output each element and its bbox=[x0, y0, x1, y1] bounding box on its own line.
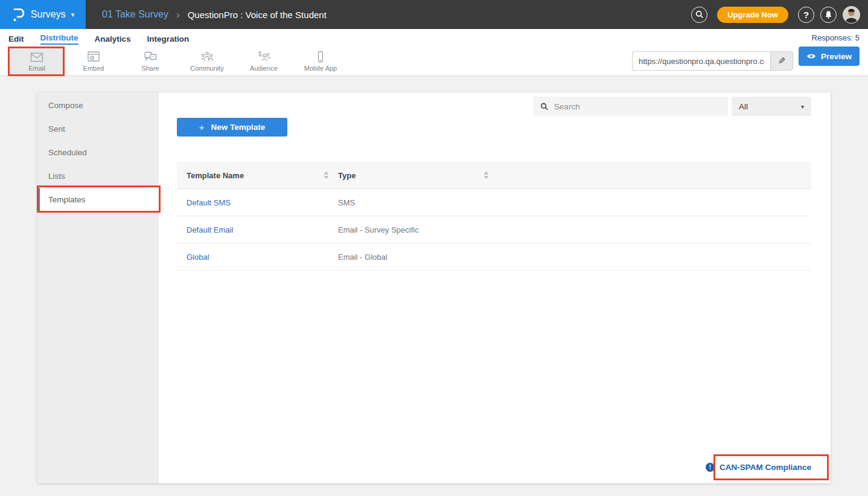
toolbar-item-audience[interactable]: $ Audience bbox=[235, 47, 292, 76]
canspam-label: CAN-SPAM Compliance bbox=[720, 463, 811, 472]
bell-icon bbox=[824, 10, 833, 19]
brand-label: Surveys bbox=[31, 9, 66, 20]
preview-button[interactable]: Preview bbox=[799, 47, 860, 66]
toolbar-item-label: Embed bbox=[83, 65, 104, 72]
search-icon bbox=[540, 102, 549, 111]
tab-analytics[interactable]: Analytics bbox=[95, 33, 131, 43]
toolbar-item-embed[interactable]: Embed bbox=[65, 47, 122, 76]
upgrade-now-label: Upgrade Now bbox=[727, 10, 778, 19]
info-icon: ! bbox=[706, 463, 715, 472]
tab-distribute[interactable]: Distribute bbox=[40, 31, 78, 45]
survey-nav-tabs: Edit Distribute Analytics Integration Re… bbox=[0, 29, 868, 47]
distribute-toolbar: Email Embed Share Community bbox=[0, 47, 868, 76]
share-icon bbox=[143, 51, 158, 63]
sort-icon[interactable] bbox=[483, 172, 489, 179]
community-icon bbox=[200, 51, 214, 63]
breadcrumb: 01 Take Survey › QuestionPro : Voice of … bbox=[102, 9, 327, 20]
survey-url-group: ✎ bbox=[632, 51, 793, 71]
surveys-menu-button[interactable]: Surveys ▾ bbox=[0, 0, 86, 29]
topbar-actions: Upgrade Now ? bbox=[691, 6, 860, 24]
template-name-link[interactable]: Default SMS bbox=[187, 198, 338, 207]
tab-integration[interactable]: Integration bbox=[147, 33, 190, 43]
template-type: SMS bbox=[338, 198, 355, 207]
user-avatar[interactable] bbox=[843, 6, 860, 24]
toolbar-item-community[interactable]: Community bbox=[179, 47, 235, 76]
toolbar-item-label: Share bbox=[141, 65, 159, 72]
sidebar-item-sent[interactable]: Sent bbox=[37, 117, 159, 141]
table-row: Default Email Email - Survey Specific bbox=[177, 216, 811, 243]
template-search-box bbox=[533, 97, 728, 116]
table-row: Global Email - Global bbox=[177, 243, 811, 271]
column-header-type: Type bbox=[338, 171, 356, 180]
toolbar-item-label: Community bbox=[190, 65, 224, 72]
app-root: { "topbar": { "brand_label": "Surveys", … bbox=[0, 0, 868, 496]
sort-icon[interactable] bbox=[324, 172, 329, 179]
template-name-link[interactable]: Global bbox=[187, 253, 338, 262]
template-type: Email - Global bbox=[338, 253, 388, 262]
avatar-photo bbox=[843, 7, 860, 23]
audience-icon: $ bbox=[257, 51, 271, 63]
table-row: Default SMS SMS bbox=[177, 189, 811, 216]
template-search-input[interactable] bbox=[554, 102, 721, 111]
breadcrumb-page-title: QuestionPro : Voice of the Student bbox=[188, 10, 327, 20]
sidebar-item-templates[interactable]: Templates bbox=[37, 188, 159, 211]
questionpro-logo-icon bbox=[11, 7, 25, 22]
pencil-icon: ✎ bbox=[778, 56, 786, 66]
tab-edit[interactable]: Edit bbox=[8, 33, 24, 43]
toolbar-item-share[interactable]: Share bbox=[122, 47, 179, 76]
template-name-link[interactable]: Default Email bbox=[187, 225, 338, 234]
plus-icon: + bbox=[199, 122, 205, 132]
email-sidebar: Compose Sent Scheduled Lists Templates bbox=[37, 92, 159, 483]
new-template-button[interactable]: + New Template bbox=[177, 118, 287, 137]
top-bar: Surveys ▾ 01 Take Survey › QuestionPro :… bbox=[0, 0, 868, 29]
toolbar-item-label: Email bbox=[28, 65, 45, 72]
responses-count[interactable]: Responses: 5 bbox=[812, 33, 860, 42]
email-icon bbox=[30, 51, 44, 63]
template-type: Email - Survey Specific bbox=[338, 225, 419, 234]
type-filter-value: All bbox=[739, 102, 748, 111]
type-filter-dropdown[interactable]: All ▾ bbox=[732, 97, 811, 116]
sidebar-item-scheduled[interactable]: Scheduled bbox=[37, 141, 159, 164]
canspam-compliance-link[interactable]: ! CAN-SPAM Compliance bbox=[706, 463, 811, 472]
preview-label: Preview bbox=[821, 52, 852, 61]
toolbar-item-label: Mobile App bbox=[304, 65, 337, 72]
caret-down-icon: ▾ bbox=[71, 11, 75, 19]
new-template-label: New Template bbox=[211, 123, 265, 132]
content-panel: Compose Sent Scheduled Lists Templates A… bbox=[37, 92, 831, 483]
survey-url-input[interactable] bbox=[632, 51, 770, 71]
toolbar-item-label: Audience bbox=[250, 65, 278, 72]
eye-icon bbox=[806, 53, 816, 60]
embed-icon bbox=[86, 51, 101, 63]
sidebar-item-lists[interactable]: Lists bbox=[37, 164, 159, 188]
sidebar-item-compose[interactable]: Compose bbox=[37, 94, 159, 117]
chevron-right-icon: › bbox=[176, 10, 180, 20]
mobile-app-icon bbox=[313, 51, 328, 63]
edit-url-button[interactable]: ✎ bbox=[770, 51, 793, 71]
search-icon bbox=[695, 10, 704, 19]
question-mark-icon: ? bbox=[803, 10, 809, 20]
templates-main: All ▾ + New Template Template Name Type bbox=[159, 92, 831, 483]
column-header-template-name: Template Name bbox=[187, 171, 244, 180]
table-header-row: Template Name Type bbox=[177, 162, 811, 189]
dollar-glyph: $ bbox=[258, 51, 262, 57]
upgrade-now-button[interactable]: Upgrade Now bbox=[717, 7, 788, 23]
toolbar-item-email[interactable]: Email bbox=[8, 47, 65, 76]
help-button[interactable]: ? bbox=[798, 7, 814, 23]
toolbar-item-mobile-app[interactable]: Mobile App bbox=[292, 47, 349, 76]
search-button[interactable] bbox=[691, 7, 707, 23]
breadcrumb-survey-name[interactable]: 01 Take Survey bbox=[102, 9, 168, 20]
notifications-button[interactable] bbox=[820, 7, 837, 23]
caret-down-icon: ▾ bbox=[801, 103, 804, 110]
templates-table: Template Name Type Default SMS SMS bbox=[177, 162, 811, 271]
